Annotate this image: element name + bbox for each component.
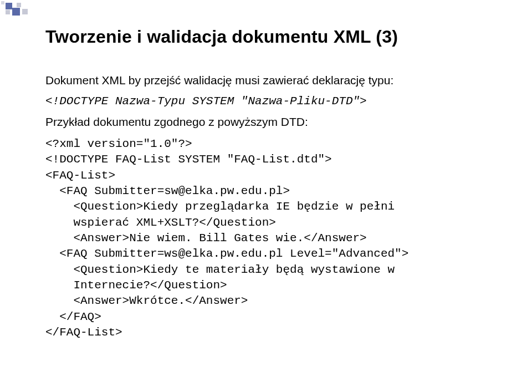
intro-text: Dokument XML by przejść walidację musi z… [45,74,493,87]
example-label: Przykład dokumentu zgodnego z powyższym … [45,115,493,129]
slide-content: Tworzenie i walidacja dokumentu XML (3) … [0,0,532,363]
slide-decor [0,0,33,17]
xml-code-block: <?xml version="1.0"?> <!DOCTYPE FAQ-List… [45,136,493,340]
slide-title: Tworzenie i walidacja dokumentu XML (3) [45,27,493,47]
doctype-syntax-line: <!DOCTYPE Nazwa-Typu SYSTEM "Nazwa-Pliku… [45,95,493,108]
